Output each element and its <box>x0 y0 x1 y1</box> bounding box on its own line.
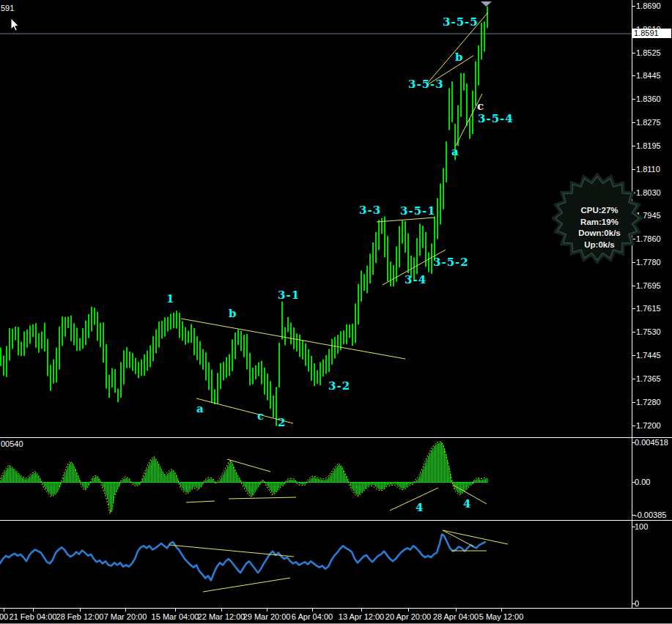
time-tick-label: 00 <box>0 612 8 621</box>
price-tick-label: 1.8195 <box>636 141 661 150</box>
price-tick <box>632 355 635 356</box>
current-price-tag: 1.8591 <box>632 29 671 38</box>
system-stats-badge: CPU:27% Ram:19% Down:0k/s Up:0k/s <box>552 173 647 265</box>
cpu-usage: CPU:27% <box>559 205 640 217</box>
price-scale-border <box>632 0 632 608</box>
price-tick <box>632 6 635 7</box>
price-tick-label: 1.7280 <box>636 398 661 406</box>
price-tick <box>632 426 635 426</box>
time-tick-label: 28 Apr 04:00 <box>433 612 479 621</box>
price-tick-label: 1.8445 <box>636 71 661 80</box>
price-tick-label: 1.7695 <box>636 281 661 290</box>
wave-label[interactable]: 4 <box>416 502 424 513</box>
price-tick <box>632 286 635 286</box>
price-tick <box>632 53 635 53</box>
upload-speed: Up:0k/s <box>559 239 640 251</box>
price-tick <box>632 402 635 403</box>
time-tick <box>4 608 4 612</box>
download-speed: Down:0k/s <box>559 228 640 239</box>
trendline[interactable] <box>181 319 405 359</box>
price-tick <box>632 308 635 309</box>
wave-label[interactable]: b <box>229 308 237 319</box>
ram-usage: Ram:19% <box>559 217 640 229</box>
price-tick-label: 1.8275 <box>636 118 661 127</box>
panel-separator <box>0 608 672 609</box>
indicator-corner-value: 00540 <box>1 439 23 448</box>
wave-label[interactable]: 3-4 <box>405 275 427 286</box>
wave-label[interactable]: 3-5-2 <box>433 257 469 268</box>
trendline[interactable] <box>390 488 438 510</box>
time-tick <box>267 608 267 612</box>
price-tick <box>632 169 635 170</box>
wave-label[interactable]: 3-2 <box>328 381 350 392</box>
time-tick <box>175 608 176 612</box>
wave-label[interactable]: 3-5-1 <box>400 206 436 217</box>
price-tick-label: 1.8360 <box>636 94 661 103</box>
trendline[interactable] <box>169 545 294 557</box>
price-tick-label: 1.7615 <box>636 304 661 313</box>
wave-label[interactable]: a <box>196 404 204 415</box>
time-tick-label: 5 May 12:00 <box>479 612 524 621</box>
price-tick <box>632 146 635 146</box>
time-tick-label: 20 Apr 20:00 <box>385 612 431 621</box>
trendline[interactable] <box>186 501 215 502</box>
mouse-cursor <box>10 18 21 32</box>
indicator-tick-label: 0.004518 <box>635 438 668 447</box>
indicator-tick <box>632 603 635 604</box>
price-tick <box>632 332 635 333</box>
time-tick <box>33 608 34 612</box>
time-tick-label: 28 Feb 12:00 <box>56 612 104 621</box>
indicator-tick <box>632 442 635 443</box>
time-tick <box>408 608 409 612</box>
trendline[interactable] <box>229 497 296 499</box>
trendline[interactable] <box>203 578 290 592</box>
fractal-arrow-icon <box>481 1 492 7</box>
indicator-tick-label: -0.00385 <box>635 510 666 519</box>
wave-label[interactable]: c <box>257 411 265 422</box>
wave-label[interactable]: 3-3 <box>359 205 381 216</box>
wave-label[interactable]: 3-5-5 <box>443 17 479 28</box>
time-tick <box>221 608 222 612</box>
indicator-tick-label: 0.00 <box>635 478 650 486</box>
price-tick-label: 1.7530 <box>636 327 661 336</box>
panel-separator <box>0 520 672 521</box>
time-tick-label: 15 Mar 04:00 <box>152 612 199 621</box>
wave-label[interactable]: 1 <box>166 294 174 305</box>
time-tick-label: 6 Apr 04:00 <box>292 612 333 621</box>
wave-label[interactable]: 3-5-3 <box>408 79 444 90</box>
time-tick-label: 22 Mar 12:00 <box>198 612 245 621</box>
indicator-tick <box>632 482 635 483</box>
oscillator-line <box>0 535 485 581</box>
wave-label[interactable]: c <box>477 101 484 112</box>
price-tick <box>632 122 635 123</box>
indicator-tick <box>632 527 635 527</box>
price-tick <box>632 99 635 100</box>
trendline[interactable] <box>443 530 508 544</box>
time-tick-label: 13 Apr 12:00 <box>339 612 384 621</box>
wave-label[interactable]: 2 <box>278 417 286 428</box>
indicator-tick-label: 100 <box>635 522 648 531</box>
wave-label[interactable]: 3-1 <box>278 290 300 301</box>
time-tick-label: 21 Feb 04:00 <box>10 612 57 621</box>
time-tick <box>312 608 313 612</box>
panel-separator <box>0 437 672 438</box>
indicator-tick <box>632 515 635 516</box>
signal-line <box>0 442 486 513</box>
wave-label[interactable]: 3-5-4 <box>478 114 514 125</box>
price-tick-label: 1.7445 <box>636 351 661 360</box>
chart-corner-value: 591 <box>1 4 14 12</box>
time-tick <box>361 608 362 612</box>
wave-label[interactable]: b <box>455 52 464 63</box>
chart-canvas[interactable] <box>0 0 672 624</box>
wave-label[interactable]: a <box>451 146 459 157</box>
price-tick-label: 1.8525 <box>636 48 661 57</box>
price-tick-label: 1.7365 <box>636 374 661 383</box>
price-tick-label: 1.7200 <box>636 421 661 430</box>
time-tick <box>456 608 457 612</box>
time-tick <box>501 608 502 612</box>
wave-label[interactable]: 4 <box>463 499 471 510</box>
price-tick <box>632 379 635 379</box>
time-tick-label: 7 Mar 20:00 <box>104 612 147 621</box>
chart-window: 591 00540 1.86901.86101.85251.84451.8360… <box>0 0 672 624</box>
time-tick <box>80 608 81 612</box>
